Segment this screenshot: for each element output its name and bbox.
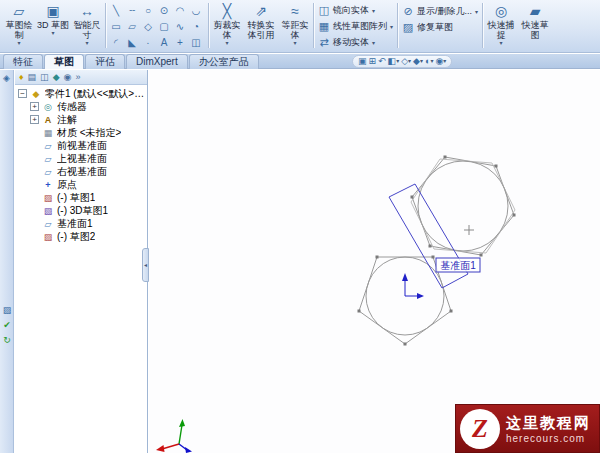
corner-rectangle-icon[interactable]: ▭	[108, 19, 124, 35]
tab-sketch[interactable]: 草图	[44, 54, 84, 69]
tab-evaluate[interactable]: 评估	[85, 54, 125, 69]
perimeter-circle-icon[interactable]: ⊙	[156, 3, 172, 19]
tree-item-icon	[42, 205, 54, 217]
dropdown-arrow-icon[interactable]: ▾	[372, 39, 375, 46]
toolbar-button-icon: ▰	[530, 3, 541, 20]
convert-entities-button[interactable]: ⇗ 转换实体引用 ▾	[244, 1, 278, 50]
sketch-chamfer-icon[interactable]: ◣	[124, 35, 140, 51]
tree-root-item[interactable]: 零件1 (默认<<默认>_显示状态	[15, 87, 147, 100]
parallelogram-icon[interactable]: ▱	[124, 19, 140, 35]
dropdown-arrow-icon[interactable]: ▾	[293, 40, 296, 46]
sketch-canvas[interactable]: 基准面1	[149, 70, 600, 453]
tangent-arc-icon[interactable]: ◡	[188, 3, 204, 19]
dropdown-arrow-icon[interactable]: ▾	[475, 8, 478, 15]
hexagon-sketch[interactable]	[412, 157, 514, 255]
sketch-button[interactable]: ▱ 草图绘制 ▾	[2, 1, 36, 50]
sketch-indicator-icon[interactable]: ▨	[1, 304, 13, 317]
centerline-icon[interactable]: ╌	[124, 3, 140, 19]
tree-item[interactable]: (-) 草图2	[15, 230, 147, 243]
mirror-small-icon[interactable]: ◫	[188, 35, 204, 51]
text-icon[interactable]: A	[156, 35, 172, 51]
tree-item[interactable]: (-) 3D草图1	[15, 204, 147, 217]
tree-item[interactable]: 传感器	[15, 100, 147, 113]
displaymanager-tab-icon[interactable]: ◉	[64, 71, 72, 84]
panel-collapse-handle[interactable]: ◂	[142, 248, 149, 282]
tree-item[interactable]: 原点	[15, 178, 147, 191]
polygon-icon[interactable]: ◇	[140, 19, 156, 35]
dropdown-arrow-icon[interactable]: ▾	[396, 56, 399, 67]
tree-item[interactable]: 材质 <未指定>	[15, 126, 147, 139]
hexagon-inscribed-circle[interactable]	[418, 161, 508, 251]
dropdown-arrow-icon[interactable]: ▾	[430, 56, 433, 67]
featuremanager-tab-icon[interactable]: ♦	[19, 71, 24, 84]
tab-features[interactable]: 特征	[3, 54, 43, 69]
3d-sketch-button[interactable]: ▣ 3D 草图 ▾	[36, 1, 70, 50]
toolbar-button-icon: ▨	[402, 21, 414, 34]
tab-office-products[interactable]: 办公室产品	[189, 54, 259, 69]
section-view-icon[interactable]: ◧ ▾	[388, 56, 400, 67]
dropdown-arrow-icon[interactable]: ▾	[420, 56, 423, 67]
tree-item[interactable]: 注解	[15, 113, 147, 126]
toolbar-separator	[397, 3, 398, 48]
display-style-icon[interactable]: ◆ ▾	[413, 56, 423, 67]
plane-label[interactable]: 基准面1	[436, 258, 480, 272]
quick-snaps-button[interactable]: ◎ 快速捕捉 ▾	[484, 1, 518, 50]
sketch-fillet-icon[interactable]: ◜	[108, 35, 124, 51]
spline-icon[interactable]: ∿	[172, 19, 188, 35]
collapse-icon[interactable]	[18, 89, 27, 98]
tree-item[interactable]: 右视基准面	[15, 165, 147, 178]
configurationmanager-tab-icon[interactable]: ◫	[40, 71, 49, 84]
tree-item[interactable]: 基准面1	[15, 217, 147, 230]
offset-entities-button[interactable]: ≈ 等距实体 ▾	[278, 1, 312, 50]
move-entities-button[interactable]: ⇄ 移动实体 ▾	[315, 34, 396, 50]
dropdown-arrow-icon[interactable]: ▾	[500, 40, 503, 46]
ellipse-icon[interactable]: ◔	[188, 19, 204, 35]
view-tool-glyph: ◧	[388, 56, 397, 67]
exit-sketch-icon[interactable]: ↻	[1, 334, 13, 347]
selection-filter-icon[interactable]: ◈	[1, 72, 13, 85]
dropdown-arrow-icon[interactable]: ▾	[390, 23, 393, 30]
dropdown-arrow-icon[interactable]: ▾	[85, 40, 88, 46]
toolbar-button-icon: ↔	[80, 3, 94, 20]
zoom-area-icon[interactable]: ⊞ ▾	[369, 56, 377, 67]
dropdown-arrow-icon[interactable]: ▾	[17, 40, 20, 46]
hexagon-sketch-overlay[interactable]	[411, 159, 515, 253]
circle-icon[interactable]: ○	[140, 3, 156, 19]
dropdown-arrow-icon[interactable]: ▾	[372, 7, 375, 14]
previous-view-icon[interactable]: ↶ ▾	[378, 56, 386, 67]
view-orientation-icon[interactable]: ◇ ▾	[401, 56, 411, 67]
centerpoint-arc-icon[interactable]: ◠	[172, 3, 188, 19]
mirror-entities-button[interactable]: ◫ 镜向实体 ▾	[315, 3, 396, 19]
construction-line-icon[interactable]: +	[172, 35, 188, 51]
panel-expand-icon[interactable]: »	[75, 71, 80, 84]
sketch-vertex-points[interactable]	[358, 156, 516, 346]
graphics-viewport[interactable]: 基准面1	[149, 70, 600, 453]
tree-item[interactable]: (-) 草图1	[15, 191, 147, 204]
repair-sketch-button[interactable]: ▨ 修复草图 ▾	[399, 19, 481, 35]
expand-icon[interactable]	[30, 102, 39, 111]
edit-appearance-icon[interactable]: ◉ ▾	[435, 56, 446, 67]
straight-slot-icon[interactable]: ▢	[156, 19, 172, 35]
line-icon[interactable]: ╲	[108, 3, 124, 19]
expand-icon[interactable]	[30, 115, 39, 124]
zoom-fit-icon[interactable]: ▣ ▾	[358, 56, 367, 67]
point-icon[interactable]: ∙	[140, 35, 156, 51]
smart-dimension-button[interactable]: ↔ 智能尺寸 ▾	[70, 1, 104, 50]
trim-entities-button[interactable]: ╳ 剪裁实体 ▾	[210, 1, 244, 50]
linear-sketch-pattern-button[interactable]: ▦ 线性草图阵列 ▾	[315, 19, 396, 35]
rapid-sketch-button[interactable]: ▰ 快速草图 ▾	[518, 1, 552, 50]
dropdown-arrow-icon[interactable]: ▾	[51, 30, 54, 36]
dimxpertmanager-tab-icon[interactable]: ◆	[53, 71, 60, 84]
display-delete-relations-button[interactable]: ⊘ 显示/删除几... ▾	[399, 3, 481, 19]
hide-show-items-icon[interactable]: ◐ ▾	[425, 56, 433, 67]
confirm-check-icon[interactable]: ✔	[1, 319, 13, 332]
propertymanager-tab-icon[interactable]: ▤	[28, 71, 37, 84]
dropdown-arrow-icon[interactable]: ▾	[408, 56, 411, 67]
dropdown-arrow-icon[interactable]: ▾	[443, 56, 446, 67]
tree-item[interactable]: 前视基准面	[15, 139, 147, 152]
dropdown-arrow-icon[interactable]: ▾	[225, 40, 228, 46]
commandmanager-tab-row: 特征 草图 评估 DimXpert 办公室产品 ▣ ▾ ⊞ ▾	[0, 54, 600, 69]
tab-dimxpert[interactable]: DimXpert	[126, 54, 188, 69]
tree-item[interactable]: 上视基准面	[15, 152, 147, 165]
sketch-origin[interactable]	[402, 273, 424, 299]
